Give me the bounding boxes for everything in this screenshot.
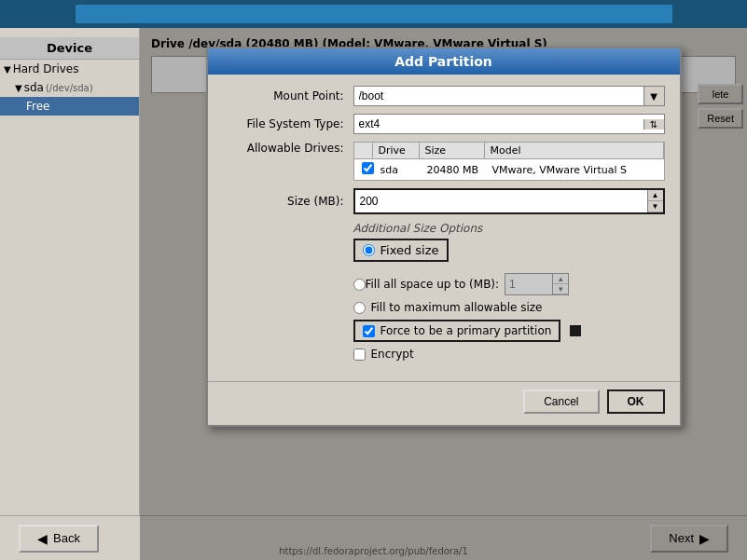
sda-path-label: (/dev/sda) [46,83,93,93]
top-bar [0,0,747,28]
size-control: ▲ ▼ [353,188,665,214]
content-area: Drive /dev/sda (20480 MB) (Model: VMware… [140,28,747,560]
file-system-row: File System Type: ext4 ext3 ext2 xfs swa… [223,114,665,134]
mount-point-input[interactable] [354,87,643,105]
back-arrow-icon: ◀ [37,531,48,546]
fill-all-up-btn[interactable]: ▲ [553,274,568,284]
header-size: Size [420,143,485,158]
fill-max-row: Fill to maximum allowable size [223,301,665,314]
encrypt-row: Encrypt [223,348,665,361]
progress-bar [76,5,672,23]
header-drive: Drive [373,143,420,158]
size-input-container: ▲ ▼ [353,188,665,214]
size-spinner: ▲ ▼ [647,190,663,212]
encrypt-checkbox[interactable] [353,348,366,361]
row-size: 20480 MB [423,164,489,176]
file-system-control: ext4 ext3 ext2 xfs swap ⇅ [353,114,665,134]
fill-all-spinbox: ▲ ▼ [505,273,569,295]
drive-checkbox[interactable] [362,162,374,174]
fixed-size-container: Fixed size [223,239,665,267]
drives-table-header: Drive Size Model [354,143,664,159]
black-square-indicator [570,325,581,336]
file-system-label: File System Type: [223,117,353,130]
sda-label: sda [24,81,44,94]
expand-icon: ▼ [4,64,11,75]
dialog-buttons: Cancel OK [208,381,680,425]
drives-table: Drive Size Model sda 20480 MB VMware, [353,142,665,181]
fixed-size-label: Fixed size [380,243,439,257]
fill-max-radio[interactable] [353,302,366,314]
sidebar-item-free[interactable]: Free [0,97,139,116]
allowable-drives-label: Allowable Drives: [223,142,353,155]
hard-drives-label: Hard Drives [13,62,79,75]
primary-checkbox-box: Force to be a primary partition [353,320,561,342]
fill-all-radio[interactable] [353,279,366,291]
encrypt-label: Encrypt [371,348,414,361]
table-row[interactable]: sda 20480 MB VMware, VMware Virtual S [354,159,664,180]
file-system-select-container: ext4 ext3 ext2 xfs swap ⇅ [353,114,665,134]
fixed-size-radio[interactable] [363,244,375,256]
fixed-size-box: Fixed size [353,239,449,262]
size-input[interactable] [355,190,647,212]
header-model: Model [485,143,664,158]
fill-all-input[interactable] [505,274,552,294]
row-checkbox-cell [358,162,377,177]
dialog-body: Mount Point: ▼ File System Type: [208,75,680,377]
dialog-title: Add Partition [208,48,680,75]
fill-all-label: Fill all space up to (MB): [366,278,500,291]
main-layout: Device ▼ Hard Drives ▼ sda (/dev/sda) Fr… [0,28,747,560]
file-system-arrow[interactable]: ⇅ [643,119,664,130]
row-model: VMware, VMware Virtual S [489,164,660,176]
size-label: Size (MB): [223,195,353,208]
additional-size-options-label: Additional Size Options [223,222,665,235]
primary-partition-row: Force to be a primary partition [223,320,665,342]
file-system-select[interactable]: ext4 ext3 ext2 xfs swap [354,115,643,133]
mount-point-input-container: ▼ [353,86,665,106]
size-row: Size (MB): ▲ ▼ [223,188,665,214]
mount-point-row: Mount Point: ▼ [223,86,665,106]
primary-partition-checkbox[interactable] [363,325,375,337]
sidebar-header: Device [0,37,139,60]
row-drive: sda [377,164,423,176]
free-label: Free [26,100,49,113]
allowable-drives-row: Allowable Drives: Drive Size Model [223,142,665,181]
fill-all-spinner: ▲ ▼ [552,274,568,294]
mount-point-label: Mount Point: [223,89,353,102]
fill-all-down-btn[interactable]: ▼ [553,284,568,294]
back-label: Back [53,531,80,545]
modal-overlay: Add Partition Mount Point: ▼ [140,28,747,560]
ok-button[interactable]: OK [607,389,665,414]
sidebar-item-hard-drives[interactable]: ▼ Hard Drives [0,60,139,78]
fill-max-label: Fill to maximum allowable size [371,301,543,314]
add-partition-dialog: Add Partition Mount Point: ▼ [206,47,682,427]
primary-partition-label: Force to be a primary partition [380,324,552,337]
cancel-button[interactable]: Cancel [523,389,599,414]
sidebar-item-sda[interactable]: ▼ sda (/dev/sda) [0,78,139,97]
mount-point-dropdown-arrow[interactable]: ▼ [643,87,664,105]
size-up-btn[interactable]: ▲ [648,190,663,201]
sda-expand-icon: ▼ [15,83,22,93]
fill-all-row: Fill all space up to (MB): ▲ ▼ [223,273,665,295]
sidebar: Device ▼ Hard Drives ▼ sda (/dev/sda) Fr… [0,28,140,560]
mount-point-control: ▼ [353,86,665,106]
size-down-btn[interactable]: ▼ [648,201,663,212]
header-check [354,143,373,158]
